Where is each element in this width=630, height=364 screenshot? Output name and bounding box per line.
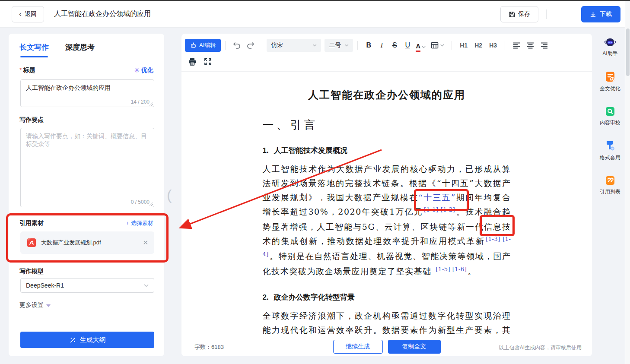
ai-content-notice: 以上包含AI生成内容，请审核后使用 <box>499 344 582 351</box>
points-field-label: 写作要点 <box>19 116 44 124</box>
save-icon <box>509 11 515 18</box>
panel-tabs: 长文写作 深度思考 <box>19 42 95 57</box>
title-input-wrap: 人工智能在政企办公领域的应用 14 / 200 <box>20 79 154 107</box>
sidebar-item-full-text-optimize[interactable]: 全文优化 <box>600 71 620 92</box>
font-family-value: 仿宋 <box>271 41 283 49</box>
chevron-left-icon: ‹ <box>19 10 22 18</box>
toolbar-divider <box>452 41 452 50</box>
font-color-letter: A <box>416 42 420 52</box>
back-label: 返回 <box>25 10 37 18</box>
scrollbar-thumb[interactable] <box>626 28 630 76</box>
document-heading2: 2.政企办公数字化转型背景 <box>263 292 511 302</box>
heading1-button[interactable]: H1 <box>456 39 471 52</box>
redo-icon[interactable] <box>244 39 258 52</box>
caret-down-icon <box>46 304 51 307</box>
chevron-down-icon <box>312 44 317 47</box>
points-char-counter: 0 / 5000 <box>131 199 150 205</box>
align-center-icon[interactable] <box>523 39 537 52</box>
material-file-item[interactable]: 大数据产业发展规划.pdf ✕ <box>20 231 154 254</box>
underline-button[interactable]: U <box>401 39 414 52</box>
align-left-icon[interactable] <box>509 39 523 52</box>
tab-long-writing[interactable]: 长文写作 <box>19 42 49 57</box>
magic-wand-icon <box>69 336 76 344</box>
document-paragraph: 人工智能技术作为大数据产业发展的核心驱动力，已形成从算法研发到场景落地的完整技术… <box>263 162 511 279</box>
sidebar-label: 内容审校 <box>600 119 620 127</box>
save-button[interactable]: 保存 <box>500 6 538 22</box>
sidebar-item-citation-list[interactable]: 引用列表 <box>600 175 620 196</box>
font-size-value: 二号 <box>329 41 341 49</box>
sidebar-item-format-apply[interactable]: 格式套用 <box>600 140 620 161</box>
window-top-edge <box>0 0 630 1</box>
sidebar-label: AI助手 <box>602 50 617 57</box>
ai-edit-button[interactable]: AI编辑 <box>185 39 221 52</box>
sidebar-item-ai-assistant[interactable]: AI助手 <box>602 37 617 57</box>
sidebar-label: 全文优化 <box>600 85 620 92</box>
optimize-label: 优化 <box>141 66 153 74</box>
document-heading2: 1.人工智能技术发展概况 <box>263 146 511 155</box>
download-button[interactable]: 下载 <box>581 6 620 22</box>
undo-icon[interactable] <box>230 39 244 52</box>
editor-toolbar: AI编辑 仿宋 二号 <box>181 34 592 72</box>
model-value: DeepSeek-R1 <box>26 282 64 289</box>
remove-file-icon[interactable]: ✕ <box>143 239 148 247</box>
tab-deep-thinking[interactable]: 深度思考 <box>65 42 95 57</box>
required-asterisk: * <box>19 66 22 73</box>
material-file-name: 大数据产业发展规划.pdf <box>41 239 138 247</box>
sparkle-icon: ✳ <box>134 66 140 74</box>
document-page[interactable]: 人工智能在政企办公领域的应用 一、引言 1.人工智能技术发展概况 人工智能技术作… <box>181 72 592 337</box>
model-select[interactable]: DeepSeek-R1 <box>20 278 154 293</box>
sidebar-label: 格式套用 <box>600 154 620 161</box>
points-input[interactable] <box>21 128 154 207</box>
select-material-button[interactable]: + 选择素材 <box>126 219 153 227</box>
header-divider <box>546 9 547 19</box>
generate-outline-label: 生成大纲 <box>80 336 106 344</box>
chevron-down-icon <box>422 46 426 48</box>
page-title: 人工智能在政企办公领域的应用 <box>54 9 151 19</box>
content-review-icon <box>605 106 615 117</box>
page-scrollbar[interactable] <box>625 0 630 364</box>
editor-card: AI编辑 仿宋 二号 <box>181 34 592 356</box>
download-label: 下载 <box>600 10 612 18</box>
more-settings-label: 更多设置 <box>19 301 44 309</box>
optimize-button[interactable]: ✳ 优化 <box>134 66 153 74</box>
strikethrough-button[interactable]: S <box>388 39 401 52</box>
generate-outline-button[interactable]: 生成大纲 <box>20 332 154 348</box>
back-button[interactable]: ‹ 返回 <box>12 6 44 22</box>
toolbar-divider <box>225 41 226 50</box>
materials-label: 引用素材 <box>19 219 44 227</box>
italic-button[interactable]: I <box>375 39 388 52</box>
print-icon[interactable] <box>188 58 196 66</box>
title-field-label: *标题 <box>19 66 35 74</box>
table-button[interactable] <box>427 39 447 52</box>
chevron-down-icon <box>344 44 349 47</box>
robot-icon <box>190 42 197 49</box>
align-right-icon[interactable] <box>537 39 551 52</box>
toolbar-divider <box>262 41 262 50</box>
more-settings-toggle[interactable]: 更多设置 <box>19 301 51 309</box>
chevron-down-icon <box>144 284 149 287</box>
font-family-select[interactable]: 仿宋 <box>267 39 321 52</box>
optimize-doc-icon <box>605 71 615 82</box>
sidebar-item-content-review[interactable]: 内容审校 <box>600 106 620 127</box>
tools-sidebar: AI助手 全文优化 内容审校 <box>595 37 625 196</box>
fullscreen-icon[interactable] <box>204 58 212 66</box>
heading2-button[interactable]: H2 <box>471 39 486 52</box>
copy-full-text-button[interactable]: 复制全文 <box>388 340 441 354</box>
model-label: 写作模型 <box>19 268 44 275</box>
writing-settings-panel: 长文写作 深度思考 *标题 ✳ 优化 人工智能在政企办公领域的应用 14 / 2… <box>9 34 164 356</box>
pdf-file-icon <box>26 237 37 248</box>
points-input-wrap: 0 / 5000 <box>20 128 154 207</box>
font-size-select[interactable]: 二号 <box>325 39 353 52</box>
heading3-button[interactable]: H3 <box>486 39 500 52</box>
bold-button[interactable]: B <box>362 39 375 52</box>
document-title: 人工智能在政企办公领域的应用 <box>263 88 511 102</box>
document-heading1: 一、引言 <box>263 117 511 133</box>
font-color-button[interactable]: A <box>414 39 427 52</box>
save-label: 保存 <box>518 10 530 18</box>
toolbar-divider <box>357 41 358 50</box>
panel-collapse-handle[interactable]: ( <box>167 187 172 203</box>
title-char-counter: 14 / 200 <box>131 99 150 105</box>
sidebar-label: 引用列表 <box>600 188 620 196</box>
continue-generate-button[interactable]: 继续生成 <box>333 340 383 354</box>
ai-assistant-icon <box>604 37 617 47</box>
